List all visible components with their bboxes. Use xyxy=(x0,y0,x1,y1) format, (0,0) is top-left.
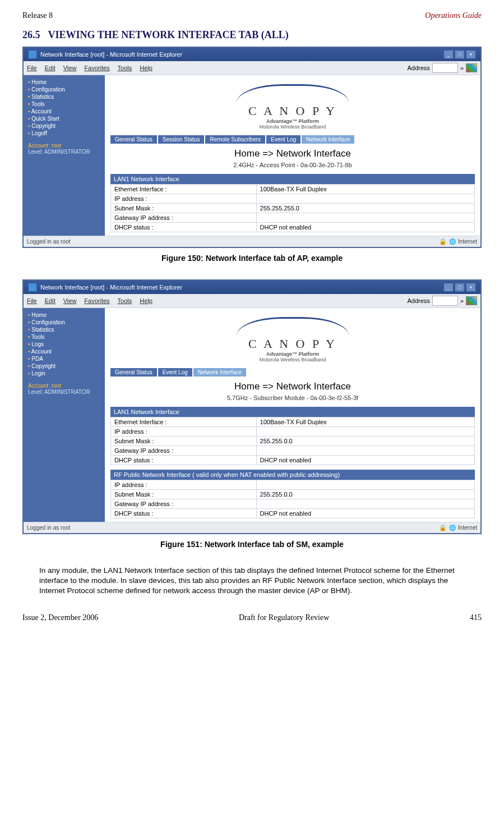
sidebar-item[interactable]: Configuration xyxy=(28,86,100,93)
lock-icon: 🔒 xyxy=(439,238,447,245)
table-cell: Gateway IP address : xyxy=(111,499,257,509)
sidebar-item[interactable]: Home xyxy=(28,311,100,319)
menu-item[interactable]: Tools xyxy=(118,297,132,304)
globe-icon: 🌐 xyxy=(449,525,456,531)
table-cell xyxy=(256,427,474,437)
table-cell: DHCP not enabled xyxy=(256,509,474,518)
table-cell: Ethernet Interface : xyxy=(111,417,257,427)
logo-text: C A N O P Y xyxy=(110,337,475,351)
sidebar-item[interactable]: Tools xyxy=(28,333,100,341)
tab[interactable]: Network Interface xyxy=(302,135,354,144)
close-button[interactable]: × xyxy=(466,283,476,292)
account-label: Account: root xyxy=(28,143,100,149)
tab[interactable]: Session Status xyxy=(158,135,205,144)
titlebar: Network Interface [root] - Microsoft Int… xyxy=(24,281,480,294)
address-input[interactable] xyxy=(432,63,458,73)
address-label: Address xyxy=(408,65,430,71)
statusbar: Logged in as root 🔒 🌐 Internet xyxy=(24,236,480,247)
sidebar-item[interactable]: Copyright xyxy=(28,362,100,370)
go-chevron-icon[interactable]: » xyxy=(460,297,464,304)
figure-caption-2: Figure 151: Network Interface tab of SM,… xyxy=(22,540,482,549)
sidebar-item[interactable]: Account xyxy=(28,108,100,115)
address-input[interactable] xyxy=(432,296,458,306)
minimize-button[interactable]: _ xyxy=(443,283,454,292)
menu-item[interactable]: View xyxy=(63,297,77,304)
go-chevron-icon[interactable]: » xyxy=(460,65,464,71)
table-cell: Subnet Mask : xyxy=(111,204,257,213)
table-cell: IP address : xyxy=(111,427,257,437)
table-cell: IP address : xyxy=(111,480,257,490)
window-title: Network Interface [root] - Microsoft Int… xyxy=(40,51,182,58)
menu-item[interactable]: View xyxy=(63,65,77,71)
menu-item[interactable]: Favorites xyxy=(84,297,109,304)
sidebar-item[interactable]: Logs xyxy=(28,341,100,348)
table-cell: DHCP status : xyxy=(111,456,257,465)
sidebar-item[interactable]: Statistics xyxy=(28,93,100,100)
menu-item[interactable]: Edit xyxy=(45,297,56,304)
rf-section-header: RF Public Network Interface ( valid only… xyxy=(110,470,475,480)
menu-item[interactable]: Favorites xyxy=(84,65,109,71)
titlebar: Network Interface [root] - Microsoft Int… xyxy=(24,48,480,61)
table-cell: IP address : xyxy=(111,194,257,204)
sidebar-item[interactable]: PDA xyxy=(28,355,100,362)
tab[interactable]: General Status xyxy=(110,135,157,144)
sidebar-item[interactable]: Login xyxy=(28,370,100,377)
tab[interactable]: General Status xyxy=(110,368,157,377)
sidebar-item[interactable]: Configuration xyxy=(28,319,100,326)
table-cell: Ethernet Interface : xyxy=(111,185,257,194)
sidebar-item[interactable]: Home xyxy=(28,79,100,86)
table-cell: Gateway IP address : xyxy=(111,446,257,456)
menu-item[interactable]: Tools xyxy=(118,65,132,71)
maximize-button[interactable]: □ xyxy=(455,50,465,59)
table-cell: Gateway IP address : xyxy=(111,213,257,223)
tab[interactable]: Network Interface xyxy=(193,368,246,377)
menu-item[interactable]: File xyxy=(27,297,37,304)
sidebar-item[interactable]: Account xyxy=(28,348,100,355)
logo-area: C A N O P Y Advantage™ Platform Motorola… xyxy=(110,311,475,366)
logo-area: C A N O P Y Advantage™ Platform Motorola… xyxy=(110,79,475,133)
page-heading: Home => Network Interface xyxy=(110,381,475,392)
table-cell xyxy=(256,480,474,490)
table-row: Gateway IP address : xyxy=(111,213,475,223)
tab[interactable]: Event Log xyxy=(158,368,192,377)
logo-subtext: Motorola Wireless Broadband xyxy=(110,124,475,130)
sidebar-item[interactable]: Logoff xyxy=(28,130,100,137)
menu-item[interactable]: File xyxy=(27,65,37,71)
menubar: File Edit View Favorites Tools Help Addr… xyxy=(24,294,480,308)
logo-tagline: Advantage™ Platform xyxy=(110,118,475,124)
sidebar-item[interactable]: Statistics xyxy=(28,326,100,333)
table-row: Subnet Mask :255.255.0.0 xyxy=(111,437,475,446)
header-release: Release 8 xyxy=(22,11,53,20)
menu-item[interactable]: Help xyxy=(140,65,152,71)
status-text: Logged in as root xyxy=(27,238,70,245)
sidebar-item[interactable]: Quick Start xyxy=(28,115,100,122)
table-row: IP address : xyxy=(111,427,475,437)
table-row: Subnet Mask :255.255.255.0 xyxy=(111,204,475,213)
menu-item[interactable]: Help xyxy=(140,297,152,304)
tab[interactable]: Remote Subscribers xyxy=(205,135,265,144)
tab[interactable]: Event Log xyxy=(266,135,300,144)
table-row: DHCP status :DHCP not enabled xyxy=(111,223,475,232)
maximize-button[interactable]: □ xyxy=(455,283,465,292)
header-guide: Operations Guide xyxy=(425,11,482,20)
page-heading: Home => Network Interface xyxy=(110,148,475,159)
table-row: IP address : xyxy=(111,480,475,490)
logo-subtext: Motorola Wireless Broadband xyxy=(110,357,475,362)
section-heading: 26.5VIEWING THE NETWORK INTERFACE TAB (A… xyxy=(22,29,482,41)
table-row: Ethernet Interface :100Base-TX Full Dupl… xyxy=(111,417,475,427)
table-row: Gateway IP address : xyxy=(111,446,475,456)
browser-window-sm: Network Interface [root] - Microsoft Int… xyxy=(22,279,482,534)
account-label: Account: root xyxy=(28,383,100,389)
table-cell xyxy=(256,446,474,456)
close-button[interactable]: × xyxy=(466,50,476,59)
table-row: DHCP status :DHCP not enabled xyxy=(111,509,475,518)
ie-icon xyxy=(28,50,37,59)
minimize-button[interactable]: _ xyxy=(443,50,454,59)
sidebar-item[interactable]: Tools xyxy=(28,100,100,108)
table-row: Gateway IP address : xyxy=(111,499,475,509)
logo-swoop-icon xyxy=(237,317,349,336)
menu-item[interactable]: Edit xyxy=(45,65,56,71)
table-cell: 100Base-TX Full Duplex xyxy=(256,417,474,427)
sidebar-item[interactable]: Copyright xyxy=(28,122,100,130)
table-row: DHCP status :DHCP not enabled xyxy=(111,456,475,465)
